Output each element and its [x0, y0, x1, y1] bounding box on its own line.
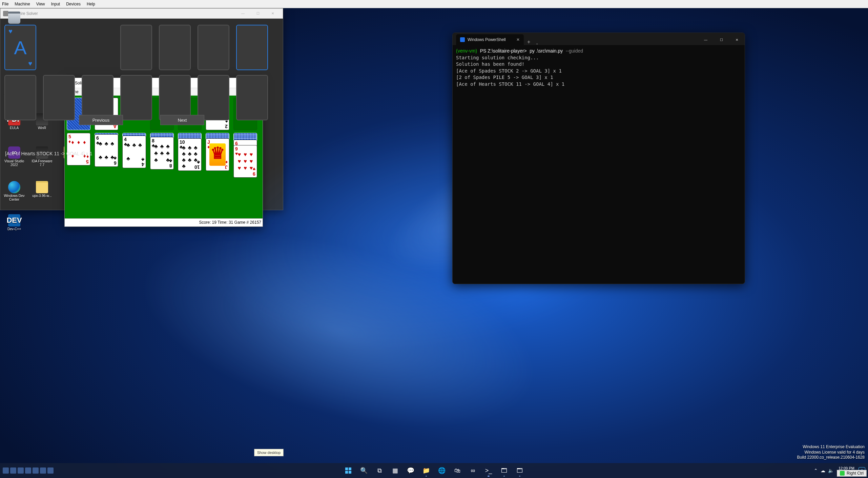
vm-menu-input[interactable]: Input	[51, 2, 60, 6]
solver-pile-slot[interactable]	[43, 75, 75, 120]
powershell-icon	[460, 37, 465, 42]
close-button[interactable]: ✕	[729, 34, 745, 45]
dev-cpp-icon	[8, 214, 20, 226]
vm-host-key-indicator: Right Ctrl	[837, 470, 867, 477]
solver-pile-slot[interactable]	[4, 75, 36, 120]
solver-pile-slot[interactable]	[236, 75, 268, 120]
desktop-icon-label: Visual Studio 2022	[2, 159, 26, 167]
show-desktop-tooltip: Show desktop	[254, 449, 284, 456]
solver-pile-slot[interactable]	[120, 75, 152, 120]
terminal-window[interactable]: Windows PowerShell ✕ + ⌄ — ☐ ✕ (venv-vm)…	[452, 33, 745, 284]
solitaire-pile-card[interactable]: 5♦5♦♦♦♦♦♦	[67, 133, 90, 165]
windows-watermark: Windows 11 Enterprise Evaluation Windows…	[797, 444, 865, 460]
solver-card-rank: A	[14, 37, 26, 59]
vm-menu-file[interactable]: File	[2, 2, 8, 6]
taskbar-task-view-button[interactable]: ⧉	[373, 464, 386, 477]
heart-icon: ♥	[28, 60, 32, 67]
watermark-line: Build 22000.co_release.210604-1628	[797, 455, 865, 460]
taskbar-center: 🔍⧉▦💬📁🌐🛍∞>_🗔🗔	[342, 464, 526, 477]
taskbar-terminal-tb-button[interactable]: >_	[482, 464, 495, 477]
windows-logo-icon	[345, 467, 351, 474]
minimize-button[interactable]: —	[698, 34, 714, 45]
vm-menu-devices[interactable]: Devices	[66, 2, 81, 6]
solver-stock-card[interactable]: ♥ A ♥	[4, 25, 36, 70]
taskbar-app2-button[interactable]: 🗔	[513, 464, 526, 477]
taskbar[interactable]: 🔍⧉▦💬📁🌐🛍∞>_🗔🗔 ⌃ ☁ 🔈 12:09 PM 4/28/2022 2	[0, 463, 868, 478]
tab-close-icon[interactable]: ✕	[513, 37, 520, 42]
taskbar-edge-button[interactable]: 🌐	[435, 464, 449, 477]
solver-pile-row	[4, 75, 279, 120]
taskbar-chat-button[interactable]: 💬	[404, 464, 417, 477]
desktop-icon-label: IDA Freeware 7.7	[30, 159, 54, 167]
solver-pile-slot[interactable]	[159, 75, 191, 120]
heart-icon: ♥	[8, 27, 13, 35]
taskbar-store-button[interactable]: 🛍	[451, 464, 464, 477]
desktop-icon-upx[interactable]: upx-3.96-w...	[30, 181, 54, 198]
maximize-button[interactable]: ☐	[714, 34, 729, 45]
solver-move-message: [Ace of Hearts STOCK 11 -> GOAL 4] x 1	[5, 151, 92, 156]
taskbar-pinned-icon[interactable]	[33, 467, 39, 474]
taskbar-visual-studio-tb-button[interactable]: ∞	[466, 464, 480, 477]
watermark-line: Windows 11 Enterprise Evaluation	[797, 444, 865, 450]
solitaire-pile-card[interactable]: 8♣8♣♣♣♣♣♣♣♣♣	[150, 137, 174, 170]
solver-pile-slot[interactable]	[198, 75, 229, 120]
taskbar-search-button[interactable]: 🔍	[357, 464, 371, 477]
desktop-icon-label: Windows Dev Center	[2, 194, 26, 201]
taskbar-left-apps	[3, 467, 54, 474]
taskbar-widgets-button[interactable]: ▦	[388, 464, 402, 477]
taskbar-start-button[interactable]	[342, 464, 355, 477]
watermark-line: Windows License valid for 4 days	[797, 450, 865, 455]
desktop-icon-windows-dev-center[interactable]: Windows Dev Center	[2, 181, 26, 201]
vm-menu-help[interactable]: Help	[87, 2, 95, 6]
solitaire-pile-card[interactable]: 10♣10♣♣♣♣♣♣♣♣♣♣♣	[178, 138, 202, 171]
solitaire-status: Score: 19 Time: 31 Game # 26157	[65, 218, 263, 226]
solitaire-pile-card[interactable]: 6♣6♣♣♣♣♣♣♣	[95, 134, 118, 167]
desktop-icon-dev-cpp[interactable]: Dev-C++	[2, 214, 26, 231]
terminal-output[interactable]: (venv-vm) PS Z:\solitaire-player> py .\s…	[453, 45, 745, 91]
new-tab-button[interactable]: +	[524, 39, 534, 45]
vm-host-key-label: Right Ctrl	[847, 471, 864, 476]
taskbar-pinned-icon[interactable]	[25, 467, 31, 474]
terminal-tab-powershell[interactable]: Windows PowerShell ✕	[456, 34, 524, 45]
vm-menu-view[interactable]: View	[36, 2, 45, 6]
desktop-icon-label: upx-3.96-w...	[32, 194, 51, 198]
taskbar-pinned-icon[interactable]	[40, 467, 46, 474]
solver-foundation-slot-target[interactable]	[236, 25, 268, 70]
terminal-tab-title: Windows PowerShell	[468, 37, 506, 42]
vm-menu-machine[interactable]: Machine	[15, 2, 30, 6]
taskbar-file-explorer-button[interactable]: 📁	[419, 464, 433, 477]
solver-foundation-slot[interactable]	[120, 25, 152, 70]
desktop-icon-ida[interactable]: IDA Freeware 7.7	[30, 146, 54, 167]
solver-pile-slot[interactable]	[82, 75, 113, 120]
taskbar-app1-button[interactable]: 🗔	[497, 464, 511, 477]
taskbar-pinned-icon[interactable]	[3, 467, 9, 474]
vm-status-icon	[840, 471, 845, 476]
solver-foundation-slot[interactable]	[159, 25, 191, 70]
tray-volume-icon[interactable]: 🔈	[828, 468, 834, 473]
solitaire-pile-card[interactable]: 4♣4♣♣♣♣♣	[122, 136, 146, 168]
previous-button[interactable]: Previous	[79, 115, 123, 125]
solver-foundation-slot[interactable]	[198, 25, 229, 70]
taskbar-pinned-icon[interactable]	[10, 467, 16, 474]
folder-icon	[36, 181, 48, 193]
vm-host-menubar[interactable]: File Machine View Input Devices Help	[0, 0, 868, 8]
next-button[interactable]: Next	[160, 115, 204, 125]
taskbar-pinned-icon[interactable]	[18, 467, 24, 474]
tray-chevron-icon[interactable]: ⌃	[814, 468, 818, 473]
desktop-icon-visual-studio[interactable]: Visual Studio 2022	[2, 146, 26, 167]
solitaire-pile-card[interactable]: 9♥9♥♥♥♥♥♥♥♥♥♥	[233, 145, 257, 178]
windows-desktop[interactable]: Recycle Bin bash Download Visual Stud...…	[0, 8, 868, 478]
terminal-tabstrip[interactable]: Windows PowerShell ✕ + ⌄ — ☐ ✕	[453, 33, 745, 45]
solitaire-pile-card[interactable]: J♦J♦♛	[206, 138, 229, 171]
tray-icons[interactable]: ⌃ ☁ 🔈	[814, 468, 834, 473]
edge-icon	[8, 181, 20, 193]
solver-board: ♥ A ♥ [Ace of Hearts STOCK	[0, 19, 283, 131]
tray-onedrive-icon[interactable]: ☁	[821, 468, 825, 473]
solver-top-row: ♥ A ♥	[4, 25, 279, 70]
desktop-icon-label: Dev-C++	[7, 227, 21, 231]
tab-dropdown-icon[interactable]: ⌄	[534, 41, 540, 45]
taskbar-pinned-icon[interactable]	[47, 467, 54, 474]
